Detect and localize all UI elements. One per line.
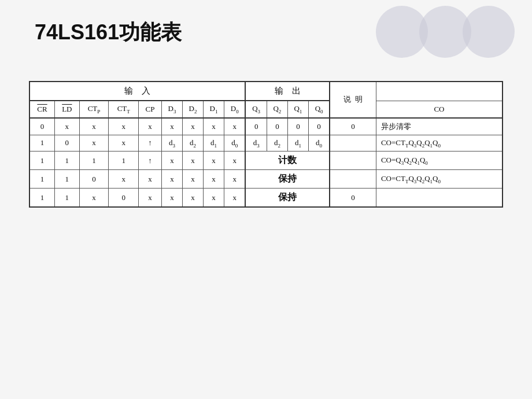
function-table-container: 输 入 输 出 说 明 CR LD CTP CTT CP D3 D2 D1 D0… [29, 81, 503, 208]
function-table: 输 入 输 出 说 明 CR LD CTP CTT CP D3 D2 D1 D0… [29, 81, 503, 208]
cell-d3: x [161, 152, 182, 170]
output-group-header: 输 出 [245, 82, 330, 101]
cell-ctp: 1 [79, 152, 109, 170]
cell-d2: x [182, 118, 203, 135]
cell-ctt: x [109, 135, 139, 152]
header-group-row: 输 入 输 出 说 明 [29, 82, 503, 101]
cell-ld: 1 [55, 152, 80, 170]
signal-ctt: CTT [109, 101, 139, 118]
cell-count: 计数 [245, 152, 330, 170]
cell-d0: x [224, 189, 245, 208]
cell-ctp: x [79, 189, 109, 208]
cell-co: 0 [330, 118, 376, 135]
table-row: 1 0 x x ↑ d3 d2 d1 d0 d3 d2 d1 d0 CO=CTT… [29, 135, 503, 152]
cell-ld: 1 [55, 189, 80, 208]
cell-cp: x [139, 170, 162, 189]
cell-d2: x [182, 189, 203, 208]
signal-d0: D0 [224, 101, 245, 118]
signal-ctp: CTP [79, 101, 109, 118]
signal-cp: CP [139, 101, 162, 118]
cell-d1: d1 [203, 135, 224, 152]
cell-note: CO=CTTQ3Q2Q1Q0 [376, 170, 503, 189]
cell-ctt: x [109, 118, 139, 135]
table-row: 1 1 0 x x x x x x 保持 CO=CTTQ3Q2Q1Q0 [29, 170, 503, 189]
cell-note: 异步清零 [376, 118, 503, 135]
table-row: 1 1 1 1 ↑ x x x x 计数 CO=Q3Q2Q1Q0 [29, 152, 503, 170]
cell-ctt: 1 [109, 152, 139, 170]
table-row: 1 1 x 0 x x x x x 保持 0 [29, 189, 503, 208]
cell-cp: ↑ [139, 152, 162, 170]
signal-q2: Q2 [267, 101, 287, 118]
header-signal-row: CR LD CTP CTT CP D3 D2 D1 D0 Q3 Q2 Q1 Q0… [29, 101, 503, 118]
signal-d1: D1 [203, 101, 224, 118]
cell-q3: d3 [245, 135, 267, 152]
cell-hold: 保持 [245, 170, 330, 189]
cell-d3: d3 [161, 135, 182, 152]
cell-q2: d2 [267, 135, 287, 152]
cell-ctp: 0 [79, 170, 109, 189]
cell-ctt: 0 [109, 189, 139, 208]
signal-q1: Q1 [287, 101, 308, 118]
signal-ld: LD [55, 101, 80, 118]
cell-ctt: x [109, 170, 139, 189]
cell-d2: d2 [182, 135, 203, 152]
cell-q0: 0 [308, 118, 330, 135]
signal-cr: CR [29, 101, 55, 118]
cell-q2: 0 [267, 118, 287, 135]
cell-cr: 1 [29, 152, 55, 170]
cell-note [376, 189, 503, 208]
cell-q1: 0 [287, 118, 308, 135]
page: 74LS161功能表 输 入 输 出 说 明 CR LD CTP CTT CP [0, 0, 532, 399]
cell-co [330, 170, 376, 189]
cell-d1: x [203, 152, 224, 170]
signal-d3: D3 [161, 101, 182, 118]
cell-cp: ↑ [139, 135, 162, 152]
cell-cr: 1 [29, 189, 55, 208]
cell-d3: x [161, 170, 182, 189]
input-group-header: 输 入 [29, 82, 245, 101]
cell-d2: x [182, 170, 203, 189]
table-row: 0 x x x x x x x x 0 0 0 0 0 异步清零 [29, 118, 503, 135]
cell-d3: x [161, 118, 182, 135]
cell-ld: x [55, 118, 80, 135]
cell-co [330, 135, 376, 152]
cell-ctp: x [79, 118, 109, 135]
cell-co: 0 [330, 189, 376, 208]
cell-hold2: 保持 [245, 189, 330, 208]
signal-q0: Q0 [308, 101, 330, 118]
cell-q1: d1 [287, 135, 308, 152]
cell-cp: x [139, 189, 162, 208]
circle-3 [463, 6, 515, 58]
cell-ctp: x [79, 135, 109, 152]
cell-q3: 0 [245, 118, 267, 135]
cell-ld: 0 [55, 135, 80, 152]
page-title: 74LS161功能表 [35, 19, 182, 47]
cell-q0: d0 [308, 135, 330, 152]
cell-d0: x [224, 170, 245, 189]
cell-d2: x [182, 152, 203, 170]
cell-ld: 1 [55, 170, 80, 189]
cell-d0: d0 [224, 135, 245, 152]
cell-co [330, 152, 376, 170]
cell-cr: 0 [29, 118, 55, 135]
signal-co: CO [376, 101, 503, 118]
cell-d1: x [203, 118, 224, 135]
cell-cp: x [139, 118, 162, 135]
cell-cr: 1 [29, 170, 55, 189]
cell-d1: x [203, 189, 224, 208]
signal-q3: Q3 [245, 101, 267, 118]
cell-d1: x [203, 170, 224, 189]
decorative-circles [376, 6, 515, 58]
cell-cr: 1 [29, 135, 55, 152]
cell-note: CO=Q3Q2Q1Q0 [376, 152, 503, 170]
cell-note: CO=CTTQ3Q2Q1Q0 [376, 135, 503, 152]
cell-d0: x [224, 152, 245, 170]
cell-d0: x [224, 118, 245, 135]
cell-d3: x [161, 189, 182, 208]
note-group-header: 说 明 [330, 82, 376, 118]
signal-d2: D2 [182, 101, 203, 118]
